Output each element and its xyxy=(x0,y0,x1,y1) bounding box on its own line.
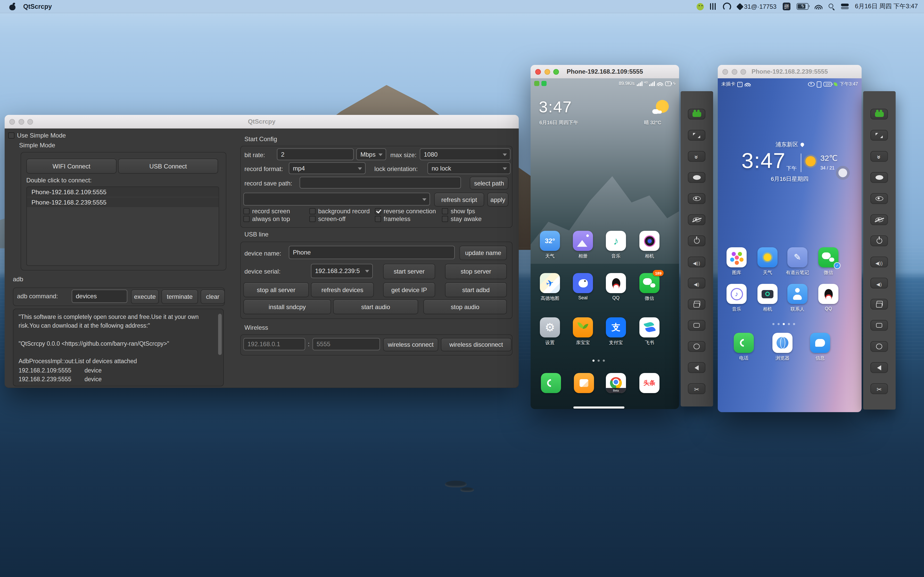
app-settings[interactable]: 设置 xyxy=(540,318,560,337)
usb-connect-button[interactable]: USB Connect xyxy=(118,159,218,174)
execute-button[interactable]: execute xyxy=(131,290,159,304)
battery-icon[interactable]: ϟ xyxy=(796,3,809,10)
start-server-button[interactable]: start server xyxy=(383,264,435,279)
device-list-item[interactable]: Phone-192.168.2.109:5555 xyxy=(27,187,219,197)
phone2-screen[interactable]: 未插卡 ! 100 下午3:47 浦东新区 3:47 下午 32℃ 34 / 2… xyxy=(718,78,862,412)
always-on-top-checkbox[interactable]: always on top xyxy=(243,215,290,222)
minimize-button[interactable] xyxy=(18,119,24,124)
camera-app-icon[interactable] xyxy=(640,231,659,251)
screenshot-cut-button[interactable] xyxy=(871,383,888,394)
messages-app-icon[interactable] xyxy=(810,333,830,353)
stop-server-button[interactable]: stop server xyxy=(445,264,507,279)
toutiao-app-icon[interactable]: 头条 xyxy=(640,373,659,393)
feishu-app-icon[interactable] xyxy=(640,318,659,337)
close-button[interactable] xyxy=(535,69,541,74)
screen-off-checkbox[interactable]: screen-off xyxy=(309,215,346,222)
wireless-connect-button[interactable]: wireless connect xyxy=(383,338,438,351)
audio-bars-icon[interactable] xyxy=(710,3,717,10)
dock-messages[interactable]: 信息 xyxy=(810,333,830,353)
screenshot-button[interactable] xyxy=(871,172,888,183)
app-seal[interactable]: Seal xyxy=(573,273,593,293)
app-qq[interactable]: QQ xyxy=(818,284,838,304)
phone-app-icon[interactable] xyxy=(734,333,754,353)
wechat-app-icon[interactable]: ✓ xyxy=(818,247,838,268)
amap-app-icon[interactable] xyxy=(540,273,560,293)
weather-app-icon[interactable] xyxy=(758,247,777,268)
screen-off-button[interactable] xyxy=(688,214,705,225)
phone1-screen[interactable]: 89.9K/s HD 5 ϟ 3:47 6月16日 周四下午 晴 32°C 32… xyxy=(531,78,679,409)
apple-menu-icon[interactable] xyxy=(9,3,16,10)
stay-awake-checkbox[interactable]: stay awake xyxy=(442,215,481,222)
wechat-app-icon[interactable]: 189 xyxy=(640,273,659,293)
screenshot-cut-button[interactable] xyxy=(688,383,705,394)
app-camera[interactable]: 相机 xyxy=(640,231,659,251)
screenshot-button[interactable] xyxy=(688,172,705,183)
app-weather[interactable]: 32°天气 xyxy=(540,231,560,251)
music-app-icon[interactable] xyxy=(727,284,746,304)
app-alipay[interactable]: 支支付宝 xyxy=(606,318,626,337)
zoom-button[interactable] xyxy=(740,69,746,74)
dock-toutiao[interactable]: 头条 xyxy=(640,373,659,393)
messages-app-icon[interactable] xyxy=(574,373,594,393)
qtscrcpy-titlebar[interactable]: QtScrcpy xyxy=(5,115,519,128)
apply-button[interactable]: apply xyxy=(487,193,509,206)
input-method-icon[interactable]: 拼 xyxy=(783,3,790,10)
script-dropdown[interactable] xyxy=(243,193,430,206)
app-qinbaobao[interactable]: 亲宝宝 xyxy=(573,318,593,337)
wireless-ip-input[interactable]: 192.168.0.1 xyxy=(243,338,305,350)
adb-log-output[interactable]: "This software is completely open source… xyxy=(13,309,224,387)
log-scrollbar[interactable] xyxy=(218,314,222,355)
app-contacts[interactable]: 联系人 xyxy=(787,284,808,304)
spotlight-search-icon[interactable] xyxy=(829,3,835,10)
refresh-script-button[interactable]: refresh script xyxy=(434,193,484,206)
qq-app-icon[interactable] xyxy=(818,284,838,304)
assistive-ball[interactable] xyxy=(836,166,850,180)
phone1-titlebar[interactable]: Phone-192.168.2.109:5555 xyxy=(531,65,679,78)
start-audio-button[interactable]: start audio xyxy=(333,299,418,314)
lock-orientation-dropdown[interactable]: no lock xyxy=(428,162,510,174)
music-app-icon[interactable] xyxy=(606,231,626,251)
screen-off-button[interactable] xyxy=(871,214,888,225)
volume-down-button[interactable] xyxy=(688,278,705,288)
max-size-dropdown[interactable]: 1080 xyxy=(420,148,510,160)
camera-app-icon[interactable] xyxy=(758,284,777,304)
app-music[interactable]: 音乐 xyxy=(606,231,626,251)
app-qq[interactable]: QQ xyxy=(606,273,626,293)
stop-audio-button[interactable]: stop audio xyxy=(423,299,507,314)
app-switch-button[interactable] xyxy=(688,299,705,309)
install-sndcpy-button[interactable]: install sndcpy xyxy=(243,299,331,314)
device-serial-dropdown[interactable]: 192.168.2.239:5 xyxy=(311,264,373,278)
menu-app-name[interactable]: QtScrcpy xyxy=(23,3,52,10)
minimize-button[interactable] xyxy=(732,69,737,74)
menu-clock[interactable]: 6月16日 周四 下午3:47 xyxy=(855,2,918,11)
power-button[interactable] xyxy=(871,235,888,246)
record-screen-checkbox[interactable]: record screen xyxy=(243,208,290,215)
collapse-button[interactable] xyxy=(688,151,705,162)
weather-app-icon[interactable]: 32° xyxy=(540,231,560,251)
wireless-port-input[interactable]: 5555 xyxy=(312,338,380,350)
adb-command-input[interactable]: devices xyxy=(72,290,128,303)
screen-on-button[interactable] xyxy=(688,193,705,204)
dock-phone[interactable] xyxy=(541,373,561,393)
power-button[interactable] xyxy=(688,235,705,246)
get-device-ip-button[interactable]: get device IP xyxy=(383,282,435,297)
headset-icon[interactable] xyxy=(723,2,731,11)
contacts-app-icon[interactable] xyxy=(787,284,808,304)
gallery-app-icon[interactable] xyxy=(573,231,593,251)
browser-app-icon[interactable] xyxy=(772,333,793,353)
menu-button[interactable] xyxy=(688,320,705,331)
dock-browser[interactable]: 浏览器 xyxy=(772,333,793,353)
app-youdao-note[interactable]: 有道云笔记 xyxy=(787,247,808,268)
wifi-icon[interactable] xyxy=(815,3,822,9)
screen-on-button[interactable] xyxy=(871,193,888,204)
zoom-button[interactable] xyxy=(27,119,33,124)
dock-phone[interactable]: 电话 xyxy=(734,333,754,353)
wireless-disconnect-button[interactable]: wireless disconnect xyxy=(441,338,512,351)
app-gallery[interactable]: 相册 xyxy=(573,231,593,251)
app-switch-button[interactable] xyxy=(871,299,888,309)
alipay-app-icon[interactable]: 支 xyxy=(606,318,626,337)
close-button[interactable] xyxy=(722,69,728,74)
group-control-button[interactable] xyxy=(688,109,705,119)
show-fps-checkbox[interactable]: show fps xyxy=(442,208,475,215)
app-gallery[interactable]: 图库 xyxy=(727,247,746,268)
